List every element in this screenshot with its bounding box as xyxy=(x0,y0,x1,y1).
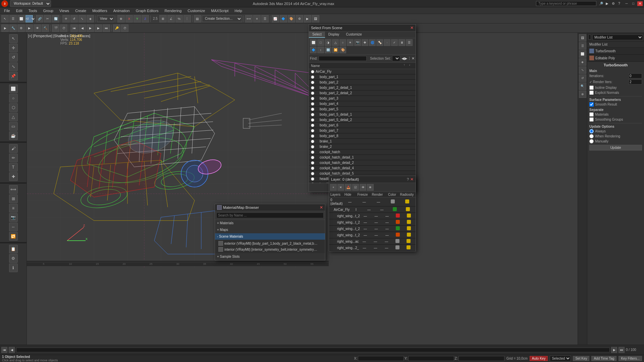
tool-line-btn[interactable]: ✏ xyxy=(9,154,18,162)
mat-editor[interactable]: 🎨 xyxy=(288,15,295,22)
menu-graph-editors[interactable]: Graph Editors xyxy=(133,8,161,13)
menu-modifiers[interactable]: Modifiers xyxy=(90,8,110,13)
select-item-radio-21[interactable] xyxy=(311,183,314,183)
link-tool[interactable]: 🔗 xyxy=(36,15,43,22)
next-frame[interactable]: ▶ xyxy=(95,24,102,32)
sel-cam-btn[interactable]: 📷 xyxy=(354,39,361,46)
layer-item-7[interactable]: right_wing...2_——— xyxy=(329,245,416,251)
tool-clone-btn[interactable]: 🔁 xyxy=(9,232,18,241)
mat-section-header-1[interactable]: + Maps xyxy=(215,227,325,233)
sel-particle-btn[interactable]: · xyxy=(384,39,390,46)
curve-editor[interactable]: 📈 xyxy=(272,15,279,22)
select-item-radio-0[interactable] xyxy=(311,70,314,73)
sort-desc-btn[interactable]: ↓ xyxy=(409,63,414,68)
utilities-panel-btn[interactable]: 🔨 xyxy=(42,24,49,32)
filter-dropdown[interactable]: All xyxy=(23,15,36,22)
tool-helpers-btn[interactable]: ✚ xyxy=(9,172,18,181)
use-pivot-center[interactable]: ⊕ xyxy=(117,15,125,22)
select-item-radio-18[interactable] xyxy=(311,167,314,170)
icon-btn-4[interactable]: ? xyxy=(616,1,622,6)
select-item-radio-11[interactable] xyxy=(311,129,314,132)
tool-array-btn[interactable]: ⊞ xyxy=(9,194,18,203)
set-key-button[interactable]: Set Key xyxy=(573,356,589,361)
select-list-item-16[interactable]: cockpit_hatch_detail_1 xyxy=(309,155,416,160)
schematic-view[interactable]: 🔷 xyxy=(280,15,287,22)
layer-item-0[interactable]: 0 (default)——— xyxy=(329,197,416,206)
hierarchy-panel-btn[interactable]: ⚙ xyxy=(17,24,25,32)
sel-sort-btn[interactable]: ↕ xyxy=(317,47,324,53)
select-tab-display[interactable]: Display xyxy=(325,32,343,38)
menu-edit[interactable]: Edit xyxy=(13,8,25,13)
tool-info-btn[interactable]: ℹ xyxy=(9,263,18,272)
mat-item-2-0[interactable]: exterior (VRayMtl) [body_part_1,body_par… xyxy=(217,240,323,246)
menu-animation[interactable]: Animation xyxy=(111,8,132,13)
select-list-item-1[interactable]: body_part_1 xyxy=(309,74,416,80)
mat-dialog-close[interactable]: ✕ xyxy=(320,205,323,210)
layer-new-btn[interactable]: + xyxy=(330,184,337,191)
tool-cylinder-btn[interactable]: ⬡ xyxy=(9,103,18,112)
sel-shape-btn[interactable]: ○ xyxy=(339,39,346,46)
select-list-item-4[interactable]: body_part_2_detail_2 xyxy=(309,90,416,96)
select-tool[interactable]: ↖ xyxy=(1,15,9,22)
tool-mirror-btn[interactable]: ⟺ xyxy=(9,185,18,194)
rp-btn-6[interactable]: ↺ xyxy=(579,74,586,82)
auto-key-button[interactable]: Auto Key xyxy=(530,356,548,361)
key-mode[interactable]: 🔑 xyxy=(113,24,120,32)
tool-snapshot-btn[interactable]: 📷 xyxy=(9,213,18,222)
sel-sort-alpha-btn[interactable]: 🔤 xyxy=(325,47,331,53)
layer-item-4[interactable]: right_wing...t_2——— xyxy=(329,226,416,232)
restrict-y[interactable]: Y xyxy=(133,15,141,22)
timeline-prev-key[interactable]: ◀ xyxy=(9,347,15,353)
mat-section-header-2[interactable]: - Scene Materials xyxy=(215,233,325,240)
named-sel-dropdown[interactable]: Create Selection... xyxy=(202,15,242,22)
select-item-radio-19[interactable] xyxy=(311,172,314,175)
tool-move-btn[interactable]: ✛ xyxy=(9,44,18,52)
select-list-item-0[interactable]: AirCar_Fly xyxy=(309,69,416,74)
tool-cone-btn[interactable]: △ xyxy=(9,113,18,121)
select-item-radio-4[interactable] xyxy=(311,92,314,95)
go-start[interactable]: ⏮ xyxy=(70,24,78,32)
rp-btn-4[interactable]: ◈ xyxy=(579,58,586,66)
select-list-item-3[interactable]: body_part_2_detail_1 xyxy=(309,85,416,90)
auto-key-dropdown[interactable]: Selected xyxy=(550,356,571,361)
mirror[interactable]: ⟺ xyxy=(245,15,253,22)
select-item-radio-1[interactable] xyxy=(311,75,314,79)
timeline-go-start[interactable]: ⏮ xyxy=(1,347,7,353)
select-list-item-12[interactable]: body_part_8 xyxy=(309,133,416,139)
sel-sort-type-btn[interactable]: 🔀 xyxy=(332,47,339,53)
select-list-item-13[interactable]: brake_1 xyxy=(309,139,416,144)
select-item-radio-14[interactable] xyxy=(311,145,314,148)
ts-smoothing-groups-checkbox[interactable] xyxy=(589,117,594,122)
sel-all-btn[interactable]: ⬜ xyxy=(310,39,317,46)
layer-item-2[interactable]: right_wing...t_2——— xyxy=(329,213,416,219)
mat-section-header-3[interactable]: + Sample Slots xyxy=(215,253,325,260)
layer-dialog-close[interactable]: ✕ xyxy=(410,177,414,182)
select-list-item-7[interactable]: body_part_5 xyxy=(309,107,416,112)
render-setup[interactable]: ⚙ xyxy=(296,15,303,22)
select-list-item-9[interactable]: body_part_5_detail_2 xyxy=(309,117,416,123)
rp-btn-8[interactable]: ⊕ xyxy=(579,90,586,98)
modify-panel-btn[interactable]: 🔧 xyxy=(9,24,17,32)
rp-btn-3[interactable]: ⬜ xyxy=(579,50,586,58)
select-item-radio-5[interactable] xyxy=(311,97,314,100)
ts-explicit-normals-checkbox[interactable] xyxy=(589,90,594,95)
motion-panel-btn[interactable]: ▶ xyxy=(25,24,33,32)
layer-select-btn[interactable]: ☑ xyxy=(352,184,359,191)
select-list-item-2[interactable]: body_part_2 xyxy=(309,80,416,85)
menu-rendering[interactable]: Rendering xyxy=(162,8,184,13)
display-panel-btn[interactable]: 👁 xyxy=(34,24,41,32)
select-dialog-close[interactable]: ✕ xyxy=(410,25,414,30)
ts-iterations-input[interactable] xyxy=(629,73,642,78)
y-input[interactable] xyxy=(408,356,454,361)
ts-smooth-result-checkbox[interactable] xyxy=(589,102,594,107)
create-panel-btn[interactable]: ▶ xyxy=(1,24,9,32)
bind-space-warp[interactable]: 🔄 xyxy=(52,15,59,22)
select-item-radio-9[interactable] xyxy=(311,118,314,122)
workspace-dropdown[interactable]: Workspace: Default xyxy=(10,0,51,7)
layer-item-6[interactable]: right_wing...ac——— xyxy=(329,238,416,245)
selection-set-dropdown[interactable] xyxy=(392,56,400,61)
anim-mode-btn[interactable]: 🎬 xyxy=(52,24,59,32)
tool-prop-btn[interactable]: ⚙ xyxy=(9,254,18,263)
tool-rotate-btn[interactable]: ↺ xyxy=(9,53,18,62)
icon-btn-3[interactable]: ⚙ xyxy=(610,1,616,6)
